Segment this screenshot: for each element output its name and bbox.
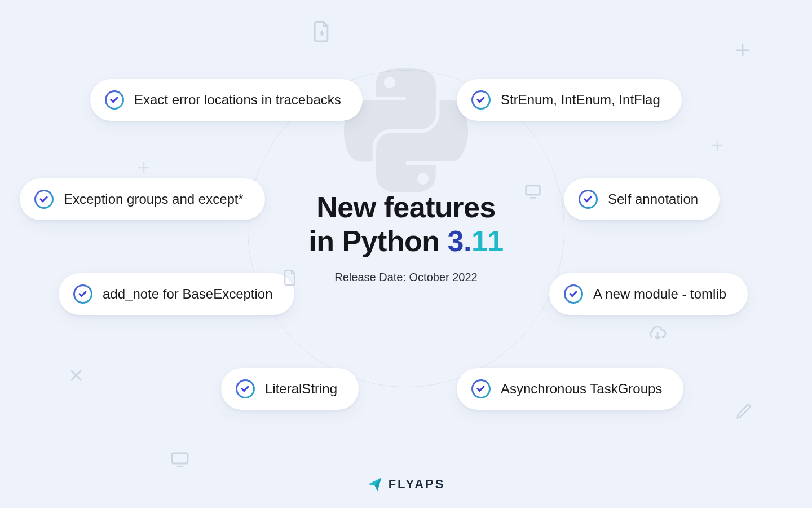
plus-icon (135, 159, 152, 176)
close-icon (68, 367, 85, 384)
feature-pill: A new module - tomlib (549, 273, 748, 315)
title-line1: New features (316, 191, 496, 224)
feature-label: Self annotation (608, 191, 698, 207)
feature-label: add_note for BaseException (103, 286, 273, 302)
check-circle-icon (471, 379, 491, 398)
title: New features in Python 3.11 (226, 191, 586, 259)
feature-pill: Exception groups and except* (20, 178, 265, 220)
python-logo-icon (344, 68, 468, 192)
plus-icon (709, 138, 725, 154)
feature-pill: add_note for BaseException (59, 273, 294, 315)
feature-label: Exception groups and except* (64, 191, 244, 207)
check-circle-icon (73, 284, 92, 304)
monitor-icon (170, 452, 189, 467)
check-circle-icon (564, 284, 583, 304)
title-line2-prefix: in Python (308, 225, 447, 257)
check-circle-icon (105, 90, 124, 110)
feature-label: Exact error locations in tracebacks (134, 92, 341, 108)
plus-icon (733, 41, 752, 60)
feature-pill: StrEnum, IntEnum, IntFlag (457, 79, 682, 121)
check-circle-icon (579, 190, 598, 209)
svg-rect-1 (172, 453, 188, 463)
file-icon (283, 269, 298, 287)
feature-pill: Self annotation (564, 178, 720, 220)
feature-label: Asynchronous TaskGroups (501, 381, 662, 397)
file-plus-icon (312, 20, 332, 43)
feature-pill: Asynchronous TaskGroups (457, 368, 683, 410)
pencil-icon (735, 403, 752, 420)
brand-logo: FLYAPS (367, 476, 445, 492)
monitor-icon (524, 184, 541, 199)
cloud-download-icon (647, 325, 668, 342)
check-circle-icon (471, 90, 491, 110)
feature-pill: LiteralString (221, 368, 359, 410)
svg-rect-0 (526, 186, 540, 195)
check-circle-icon (236, 379, 255, 398)
version-major: 3. (448, 225, 471, 257)
paper-plane-icon (367, 476, 383, 492)
brand-name: FLYAPS (389, 477, 445, 492)
check-circle-icon (34, 190, 54, 209)
diagram-heading: New features in Python 3.11 Release Date… (226, 191, 586, 284)
feature-label: A new module - tomlib (593, 286, 726, 302)
feature-label: StrEnum, IntEnum, IntFlag (501, 92, 660, 108)
feature-label: LiteralString (265, 381, 337, 397)
feature-pill: Exact error locations in tracebacks (90, 79, 363, 121)
version-minor: 11 (471, 225, 504, 257)
